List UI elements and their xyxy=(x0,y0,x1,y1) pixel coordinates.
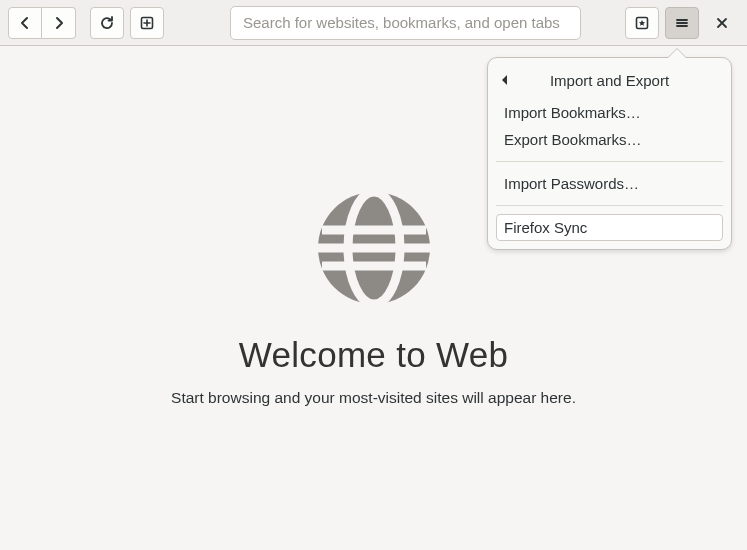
reload-icon xyxy=(99,15,115,31)
url-bar[interactable] xyxy=(230,6,581,40)
menu-button[interactable] xyxy=(665,7,699,39)
new-tab-icon xyxy=(139,15,155,31)
import-export-popover: Import and Export Import Bookmarks… Expo… xyxy=(487,57,732,250)
menu-item-import-bookmarks[interactable]: Import Bookmarks… xyxy=(496,99,723,126)
welcome-title: Welcome to Web xyxy=(239,335,508,375)
new-tab-button[interactable] xyxy=(130,7,164,39)
close-icon xyxy=(714,15,730,31)
menu-separator xyxy=(496,205,723,206)
menu-separator xyxy=(496,161,723,162)
menu-item-import-passwords[interactable]: Import Passwords… xyxy=(496,170,723,197)
globe-icon xyxy=(316,190,432,309)
bookmarks-button[interactable] xyxy=(625,7,659,39)
popover-header: Import and Export xyxy=(496,66,723,99)
back-button[interactable] xyxy=(8,7,42,39)
popover-back-button[interactable] xyxy=(500,72,520,89)
bookmark-star-icon xyxy=(634,15,650,31)
nav-buttons xyxy=(8,7,76,39)
chevron-right-icon xyxy=(51,15,67,31)
chevron-left-icon xyxy=(17,15,33,31)
search-input[interactable] xyxy=(243,14,568,31)
welcome-subtitle: Start browsing and your most-visited sit… xyxy=(171,389,576,407)
reload-button[interactable] xyxy=(90,7,124,39)
menu-item-export-bookmarks[interactable]: Export Bookmarks… xyxy=(496,126,723,153)
close-button[interactable] xyxy=(705,7,739,39)
hamburger-icon xyxy=(674,15,690,31)
menu-item-firefox-sync[interactable]: Firefox Sync xyxy=(496,214,723,241)
caret-left-icon xyxy=(500,72,510,89)
toolbar xyxy=(0,0,747,46)
popover-title: Import and Export xyxy=(520,72,719,89)
forward-button[interactable] xyxy=(42,7,76,39)
